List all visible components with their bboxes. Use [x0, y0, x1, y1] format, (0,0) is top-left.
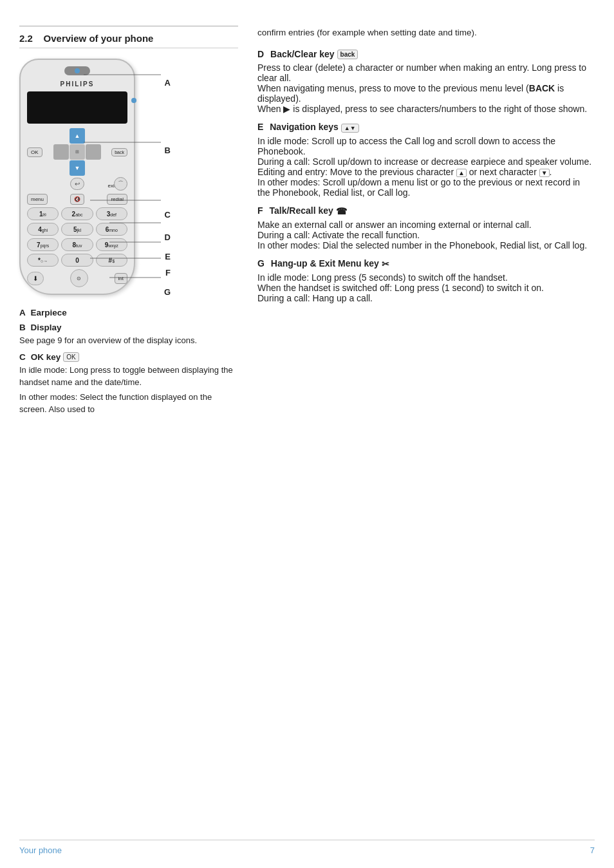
key-2: 2abc: [61, 207, 93, 220]
labels-section: A Earpiece B Display See page 9 for an o…: [19, 308, 238, 416]
desc-b: See page 9 for an overview of the displa…: [19, 334, 238, 347]
title-e: E Navigation keys ▲▼: [257, 122, 595, 132]
c-continued: confirm entries (for example when settin…: [257, 26, 595, 40]
section-g: G Hang-up & Exit Menu key ✂ In idle mode…: [257, 258, 595, 303]
f-para-0: Make an external call or answer an incom…: [257, 220, 595, 230]
c-icon: OK: [63, 352, 79, 362]
earpiece-area: [27, 66, 127, 75]
e-icon: ▲▼: [341, 124, 359, 133]
screen-dot: [131, 98, 136, 103]
letter-c: C: [19, 352, 26, 362]
letter-f-right: F: [257, 205, 263, 216]
nav-down: ▼: [70, 160, 85, 176]
key-8: 8tuv: [61, 238, 93, 251]
nav-left: [53, 144, 69, 160]
earpiece-dot: [75, 68, 80, 73]
label-e: E: [165, 252, 171, 261]
nav-cross: ▲ ⊞ ▼: [53, 128, 101, 176]
section-e: E Navigation keys ▲▼ In idle mode: Scrol…: [257, 122, 595, 197]
g-para-0: In idle mode: Long press (5 seconds) to …: [257, 272, 595, 283]
c-para-0: In idle mode: Long press to toggle betwe…: [19, 364, 238, 389]
key-1: 1✉: [27, 207, 59, 220]
label-entry-c: C OK key OK In idle mode: Long press to …: [19, 352, 238, 416]
letter-e-right: E: [257, 122, 263, 132]
title-d: D Back/Clear key back: [257, 49, 595, 60]
call-row: ↩ exit ⌒: [27, 178, 127, 190]
g-para-1: When the handset is switched off: Long p…: [257, 283, 595, 293]
name-e-right: Navigation keys: [270, 122, 339, 132]
section-number: 2.2: [19, 33, 33, 44]
letter-g-right: G: [257, 258, 265, 269]
phone-with-labels: PHILIPS OK ▲ ⊞: [19, 59, 135, 295]
key-5: 5jkl: [61, 223, 93, 236]
c-para-1: In other modes: Select the function disp…: [19, 391, 238, 416]
label-b: B: [165, 146, 171, 155]
label-entry-a: A Earpiece: [19, 308, 238, 317]
phone-screen: [27, 91, 127, 124]
g-para-2: During a call: Hang up a call.: [257, 293, 595, 303]
label-d: D: [165, 232, 171, 242]
key-3: 3def: [96, 207, 127, 220]
label-g: G: [164, 287, 171, 297]
earpiece: [64, 66, 90, 75]
title-g: G Hang-up & Exit Menu key ✂: [257, 258, 595, 269]
footer-right: 7: [590, 845, 595, 855]
phone-body: PHILIPS OK ▲ ⊞: [19, 59, 135, 295]
menu-key: menu: [27, 194, 48, 205]
f-icon: ☎: [336, 206, 347, 216]
f-para-1: During a call: Activate the recall funct…: [257, 230, 595, 240]
f-para-2: In other modes: Dial the selected number…: [257, 240, 595, 250]
nav-area: OK ▲ ⊞ ▼ back: [27, 129, 127, 175]
keypad: 1✉ 2abc 3def 4ghi 5jkl 6mno 7pqrs 8tuv 9…: [27, 207, 127, 267]
call-button-diagram: ↩: [70, 178, 84, 190]
section-f: F Talk/Recall key ☎ Make an external cal…: [257, 205, 595, 250]
function-keys-row: menu 🔇 redial: [27, 194, 127, 205]
name-a: Earpiece: [31, 308, 67, 317]
circle-button: ⊙: [70, 269, 88, 287]
e-para-2: Editing and entry: Move to the previous …: [257, 167, 595, 177]
g-icon: ✂: [382, 259, 389, 269]
ok-button-diagram: OK: [27, 147, 42, 157]
key-6: 6mno: [96, 223, 127, 236]
key-0: 0: [61, 254, 93, 267]
bottom-row: ⬇ ⊙ int: [27, 269, 127, 287]
d-para-2: When ▶ is displayed, press to see charac…: [257, 104, 595, 114]
section-title: Overview of your phone: [44, 33, 154, 44]
e-para-0: In idle mode: Scroll up to access the Ca…: [257, 136, 595, 156]
title-f: F Talk/Recall key ☎: [257, 205, 595, 216]
name-f-right: Talk/Recall key: [269, 205, 333, 216]
page-container: 2.2 Overview of your phone PHILIPS: [0, 0, 614, 447]
mic-button: ⬇: [27, 272, 44, 285]
label-f: F: [165, 268, 171, 278]
e-para-1: During a call: Scroll up/down to increas…: [257, 156, 595, 167]
footer-left: Your phone: [19, 845, 62, 855]
key-7: 7pqrs: [27, 238, 59, 251]
key-star: *○→: [27, 254, 59, 267]
key-4: 4ghi: [27, 223, 59, 236]
redial-key: redial: [107, 194, 127, 205]
exit-button-diagram: ⌒: [114, 177, 127, 191]
int-button: int: [115, 273, 127, 284]
name-d-right: Back/Clear key: [270, 49, 335, 59]
phone-diagram-area: PHILIPS OK ▲ ⊞: [19, 59, 238, 295]
label-entry-b: B Display See page 9 for an overview of …: [19, 323, 238, 347]
brand-label: PHILIPS: [27, 80, 127, 88]
section-heading: 2.2 Overview of your phone: [19, 33, 238, 48]
right-column: confirm entries (for example when settin…: [251, 26, 595, 421]
nav-center: ⊞: [70, 144, 85, 160]
left-column: 2.2 Overview of your phone PHILIPS: [19, 26, 238, 421]
nav-up: ▲: [70, 128, 85, 144]
back-button-diagram: back: [111, 148, 127, 156]
letter-a: A: [19, 308, 26, 317]
key-hash: #$: [96, 254, 127, 267]
letter-d-right: D: [257, 49, 264, 59]
name-g-right: Hang-up & Exit Menu key: [271, 258, 379, 269]
label-a: A: [165, 78, 171, 88]
mute-key: 🔇: [70, 194, 84, 205]
label-c: C: [165, 210, 171, 220]
nav-right: [86, 144, 101, 160]
e-para-3: In other modes: Scroll up/down a menu li…: [257, 177, 595, 198]
section-d: D Back/Clear key back Press to clear (de…: [257, 49, 595, 115]
page-footer: Your phone 7: [19, 840, 595, 855]
letter-b: B: [19, 323, 26, 332]
